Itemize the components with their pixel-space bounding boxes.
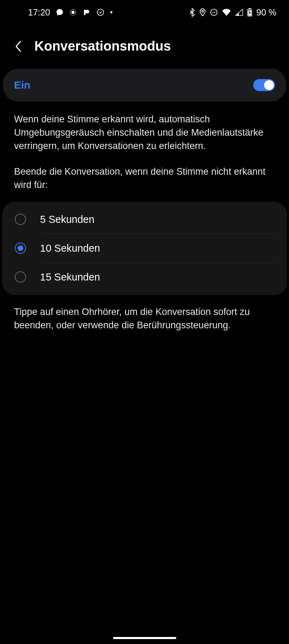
svg-point-1 — [71, 11, 74, 14]
chevron-left-icon — [15, 40, 22, 52]
battery-icon — [247, 8, 252, 17]
toggle-knob — [264, 80, 274, 90]
status-bar: 17:20 — [0, 0, 289, 21]
svg-point-2 — [97, 9, 103, 15]
location-icon — [199, 8, 206, 17]
status-bar-left: 17:20 — [28, 7, 113, 18]
footer-text: Tippe auf einen Ohrhörer, um die Konvers… — [0, 295, 289, 343]
description-text-2: Beende die Konversation, wenn deine Stim… — [0, 158, 289, 202]
back-button[interactable] — [13, 41, 24, 52]
chat-icon — [56, 8, 64, 16]
wifi-icon — [222, 9, 231, 16]
svg-rect-8 — [249, 8, 251, 9]
badge-icon — [69, 8, 77, 16]
page-title: Konversationsmodus — [34, 39, 171, 54]
toggle-switch[interactable] — [253, 79, 275, 91]
status-time: 17:20 — [28, 7, 50, 18]
toggle-label: Ein — [14, 79, 31, 91]
radio-options-card: 5 Sekunden 10 Sekunden 15 Sekunden — [2, 202, 287, 295]
radio-option-15s[interactable]: 15 Sekunden — [2, 263, 287, 291]
radio-button-selected — [15, 243, 26, 254]
radio-label: 15 Sekunden — [40, 271, 100, 283]
dnd-icon — [210, 8, 218, 16]
toggle-row[interactable]: Ein — [3, 69, 286, 102]
page-header: Konversationsmodus — [0, 21, 289, 64]
signal-icon — [235, 9, 243, 16]
radio-option-10s[interactable]: 10 Sekunden — [2, 234, 287, 263]
app-icon — [83, 8, 91, 16]
status-bar-right: 90 % — [189, 7, 276, 18]
radio-label: 5 Sekunden — [40, 214, 94, 225]
description-text-1: Wenn deine Stimme erkannt wird, automati… — [0, 102, 289, 158]
radio-button — [15, 271, 26, 283]
svg-point-4 — [202, 11, 204, 12]
radio-button — [15, 214, 26, 225]
bluetooth-icon — [189, 8, 195, 17]
radio-option-5s[interactable]: 5 Sekunden — [2, 205, 287, 234]
check-circle-icon — [97, 8, 104, 16]
battery-percent: 90 % — [256, 7, 276, 18]
dot-icon — [110, 11, 113, 14]
radio-label: 10 Sekunden — [40, 243, 100, 254]
svg-point-3 — [110, 11, 112, 13]
navigation-bar[interactable] — [113, 637, 176, 639]
